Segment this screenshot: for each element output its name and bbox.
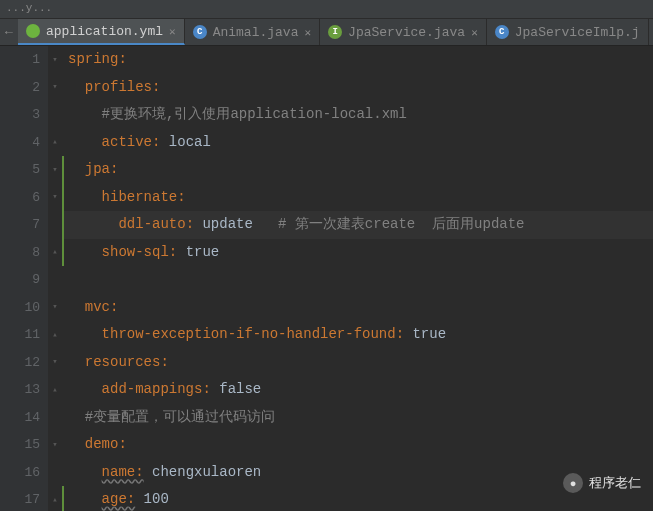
wechat-icon: ● (563, 473, 583, 493)
fold-icon[interactable]: ▾ (50, 81, 60, 89)
editor-area[interactable]: 1234567891011121314151617 ▾ ▾ ▴ ▾ ▾ ▴ ▾ … (0, 46, 653, 511)
tab-animal-java[interactable]: C Animal.java ✕ (185, 19, 320, 45)
fold-icon[interactable]: ▾ (50, 191, 60, 199)
fold-icon[interactable]: ▾ (50, 54, 60, 62)
tab-jpaserviceimpl-java[interactable]: C JpaServiceImlp.j (487, 19, 649, 45)
fold-icon[interactable]: ▾ (50, 356, 60, 364)
fold-icon[interactable]: ▾ (50, 164, 60, 172)
tab-application-yml[interactable]: application.yml ✕ (18, 19, 185, 45)
code-content[interactable]: spring: profiles: #更换环境,引入使用application-… (62, 46, 653, 511)
fold-icon[interactable]: ▴ (50, 494, 60, 502)
fold-icon[interactable]: ▾ (50, 301, 60, 309)
interface-icon: I (328, 25, 342, 39)
fold-gutter: ▾ ▾ ▴ ▾ ▾ ▴ ▾ ▴ ▾ ▴ ▾ ▴ (48, 46, 62, 511)
line-number-gutter: 1234567891011121314151617 (0, 46, 48, 511)
tab-label: application.yml (46, 24, 163, 39)
watermark: ● 程序老仁 (563, 473, 641, 493)
fold-icon[interactable]: ▴ (50, 384, 60, 392)
watermark-label: 程序老仁 (589, 474, 641, 492)
fold-icon[interactable]: ▾ (50, 439, 60, 447)
tab-jpaservice-java[interactable]: I JpaService.java ✕ (320, 19, 487, 45)
fold-icon[interactable]: ▴ (50, 246, 60, 254)
class-icon: C (495, 25, 509, 39)
fold-icon[interactable]: ▴ (50, 136, 60, 144)
tab-label: JpaServiceImlp.j (515, 25, 640, 40)
close-icon[interactable]: ✕ (169, 25, 176, 38)
editor-tabs: ← application.yml ✕ C Animal.java ✕ I Jp… (0, 19, 653, 46)
fold-icon[interactable]: ▴ (50, 329, 60, 337)
tab-label: Animal.java (213, 25, 299, 40)
class-icon: C (193, 25, 207, 39)
breadcrumb: ...y... (0, 0, 653, 19)
close-icon[interactable]: ✕ (471, 26, 478, 39)
tab-label: JpaService.java (348, 25, 465, 40)
tab-back-icon[interactable]: ← (0, 19, 18, 45)
spring-icon (26, 24, 40, 38)
close-icon[interactable]: ✕ (304, 26, 311, 39)
